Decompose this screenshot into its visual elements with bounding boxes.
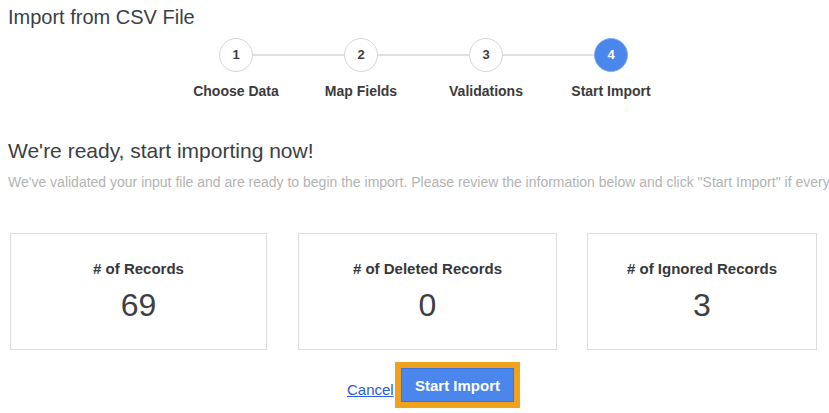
page-title: Import from CSV File — [8, 6, 195, 29]
stat-value: 69 — [11, 287, 266, 324]
step-validations[interactable]: 3 Validations — [424, 38, 548, 99]
step-label: Map Fields — [299, 83, 423, 99]
step-label: Validations — [424, 83, 548, 99]
step-number-badge: 3 — [469, 38, 503, 72]
step-label: Choose Data — [174, 83, 298, 99]
step-number-badge: 1 — [219, 38, 253, 72]
stat-value: 0 — [299, 287, 556, 324]
highlight-annotation: Start Import — [395, 362, 520, 408]
step-choose-data[interactable]: 1 Choose Data — [174, 38, 298, 99]
step-number-badge: 2 — [344, 38, 378, 72]
stat-box-records: # of Records 69 — [10, 233, 267, 350]
step-number-badge-active: 4 — [594, 38, 628, 72]
import-wizard-page: Import from CSV File 1 Choose Data 2 Map… — [0, 0, 829, 413]
stat-box-deleted-records: # of Deleted Records 0 — [298, 233, 557, 350]
step-label: Start Import — [549, 83, 673, 99]
description-text: We've validated your input file and are … — [8, 174, 829, 190]
ready-heading: We're ready, start importing now! — [8, 139, 314, 163]
import-stepper: 1 Choose Data 2 Map Fields 3 Validations… — [0, 38, 829, 100]
step-start-import[interactable]: 4 Start Import — [549, 38, 673, 99]
start-import-button[interactable]: Start Import — [401, 368, 514, 402]
stat-label: # of Ignored Records — [588, 260, 816, 277]
stat-value: 3 — [588, 287, 816, 324]
step-map-fields[interactable]: 2 Map Fields — [299, 38, 423, 99]
stat-label: # of Deleted Records — [299, 260, 556, 277]
stat-label: # of Records — [11, 260, 266, 277]
stat-box-ignored-records: # of Ignored Records 3 — [587, 233, 817, 350]
cancel-link[interactable]: Cancel — [347, 381, 394, 398]
